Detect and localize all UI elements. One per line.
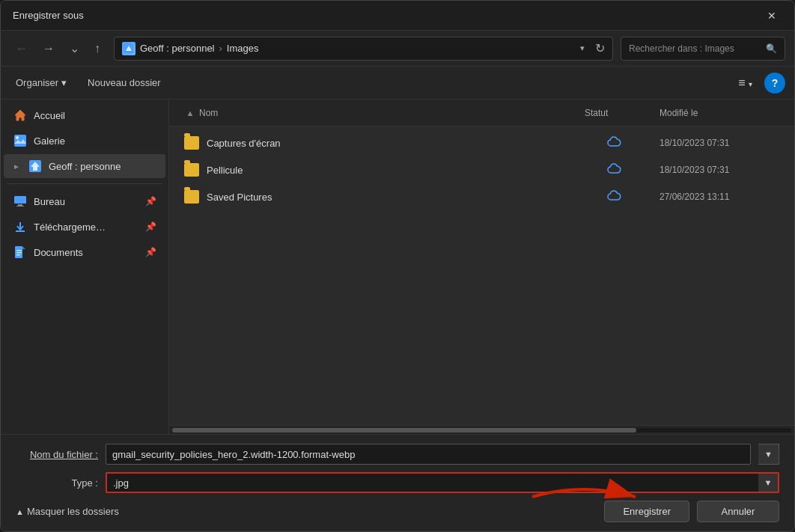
search-bar[interactable]: Rechercher dans : Images 🔍	[621, 37, 785, 61]
col-header-name[interactable]: Nom	[199, 108, 585, 118]
file-modified: 18/10/2023 07:31	[660, 138, 779, 148]
path-icon	[122, 42, 135, 55]
new-folder-button[interactable]: Nouveau dossier	[82, 74, 167, 91]
cloud-status-icon	[607, 136, 622, 150]
file-list-scroll: Captures d'écran 18/10/2023 07:31 Pellic…	[169, 126, 794, 425]
forward-button[interactable]: →	[37, 39, 61, 58]
svg-rect-8	[14, 196, 26, 204]
folder-icon	[184, 136, 199, 150]
file-list-header: ▲ Nom Statut Modifié le	[169, 100, 794, 126]
filename-dropdown-button[interactable]: ▼	[758, 444, 779, 465]
back-button[interactable]: ←	[10, 39, 34, 58]
sidebar: Accueil Galerie ►	[1, 100, 169, 434]
hide-folders-icon: ▲	[16, 507, 24, 516]
svg-rect-16	[16, 252, 22, 254]
bottom-section: Nom du fichier : ▼ Type : ▼ ▲ Masquer le…	[1, 434, 794, 531]
search-icon: 🔍	[766, 43, 777, 54]
download-icon	[13, 219, 28, 234]
filename-input[interactable]	[106, 444, 751, 465]
sidebar-label-documents: Documents	[34, 247, 83, 258]
table-row[interactable]: Saved Pictures 27/06/2023 13:11	[169, 183, 794, 210]
dialog-title: Enregistrer sous	[13, 10, 84, 21]
sidebar-label-geoff: Geoff : personne	[49, 161, 121, 172]
svg-rect-10	[16, 206, 24, 207]
horizontal-scrollbar[interactable]	[169, 425, 794, 434]
pin-icon-bureau: 📌	[145, 196, 156, 207]
view-button[interactable]: ≡ ▾	[732, 73, 758, 93]
file-status	[577, 190, 652, 204]
cancel-button[interactable]: Annuler	[697, 501, 779, 522]
address-sep1: ›	[219, 43, 222, 54]
address-bar[interactable]: Geoff : personnel › Images ▾ ↻	[114, 37, 613, 61]
toolbar: ← → ⌄ ↑ Geoff : personnel › Images ▾ ↻ R…	[1, 31, 794, 67]
sidebar-item-documents[interactable]: Documents 📌	[4, 240, 165, 264]
type-label: Type :	[16, 477, 98, 489]
folder-icon	[184, 190, 199, 204]
up-button[interactable]: ↑	[88, 39, 106, 58]
sidebar-label-accueil: Accueil	[34, 110, 65, 121]
hide-folders-label: Masquer les dossiers	[27, 506, 119, 517]
main-content: Accueil Galerie ►	[1, 100, 794, 434]
filename-row: Nom du fichier : ▼	[16, 444, 779, 465]
help-button[interactable]: ?	[764, 73, 785, 94]
type-input[interactable]	[106, 472, 758, 493]
sidebar-label-telechargements: Téléchargeme…	[34, 221, 106, 233]
refresh-icon[interactable]: ↻	[595, 41, 605, 55]
svg-rect-9	[18, 204, 22, 206]
file-name: Captures d'écran	[207, 138, 570, 149]
organize-arrow: ▾	[61, 77, 67, 88]
type-dropdown-button[interactable]: ▼	[758, 472, 779, 493]
sidebar-item-bureau[interactable]: Bureau 📌	[4, 189, 165, 213]
save-button[interactable]: Enregistrer	[604, 501, 689, 522]
type-row: Type : ▼	[16, 472, 779, 493]
action-bar-right: ≡ ▾ ?	[732, 73, 785, 94]
table-row[interactable]: Captures d'écran 18/10/2023 07:31	[169, 129, 794, 156]
close-button[interactable]: ✕	[761, 5, 782, 26]
svg-rect-17	[16, 254, 20, 256]
desktop-icon	[13, 194, 28, 209]
col-header-modified[interactable]: Modifié le	[660, 108, 779, 118]
view-arrow: ▾	[749, 80, 752, 88]
table-row[interactable]: Pellicule 18/10/2023 07:31	[169, 156, 794, 183]
home-icon	[13, 108, 28, 123]
hide-folders-button[interactable]: ▲ Masquer les dossiers	[16, 506, 119, 517]
file-name: Pellicule	[207, 165, 570, 176]
sidebar-item-galerie[interactable]: Galerie	[4, 129, 165, 153]
action-buttons-row: ▲ Masquer les dossiers Enregistre	[16, 501, 779, 522]
file-modified: 18/10/2023 07:31	[660, 165, 779, 175]
sidebar-item-geoff[interactable]: ► Geoff : personne	[4, 154, 165, 178]
search-placeholder: Rechercher dans : Images	[629, 43, 761, 54]
file-name: Saved Pictures	[207, 192, 570, 203]
title-bar: Enregistrer sous ✕	[1, 1, 794, 31]
folder-icon	[184, 163, 199, 177]
svg-marker-2	[15, 110, 25, 120]
documents-icon	[13, 245, 28, 260]
view-icon: ≡	[738, 76, 745, 89]
action-bar: Organiser ▾ Nouveau dossier ≡ ▾ ?	[1, 67, 794, 100]
filename-label: Nom du fichier :	[16, 449, 98, 460]
type-select-wrapper: ▼	[106, 472, 779, 493]
pin-icon-telechargements: 📌	[145, 221, 156, 232]
sidebar-item-accueil[interactable]: Accueil	[4, 103, 165, 127]
scrollbar-track	[172, 428, 791, 432]
sidebar-divider	[7, 183, 162, 184]
address-part2: Images	[227, 43, 259, 54]
file-status	[577, 136, 652, 150]
pin-icon-documents: 📌	[145, 247, 156, 257]
expand-arrow-icon: ►	[13, 162, 20, 171]
col-header-status[interactable]: Statut	[585, 108, 660, 118]
organize-button[interactable]: Organiser ▾	[10, 74, 73, 91]
file-list: ▲ Nom Statut Modifié le Captures d'écran	[169, 100, 794, 434]
sidebar-item-telechargements[interactable]: Téléchargeme… 📌	[4, 215, 165, 239]
dialog-buttons: Enregistrer Annuler	[604, 501, 779, 522]
sidebar-label-bureau: Bureau	[34, 196, 65, 207]
cloud-drive-icon	[28, 159, 43, 174]
cloud-status-icon	[607, 190, 622, 204]
svg-marker-14	[22, 246, 25, 249]
new-folder-label: Nouveau dossier	[88, 77, 161, 88]
recent-dropdown-button[interactable]: ⌄	[64, 38, 85, 58]
cloud-status-icon	[607, 163, 622, 177]
svg-rect-3	[14, 135, 26, 147]
address-chevron: ▾	[580, 43, 585, 53]
file-modified: 27/06/2023 13:11	[660, 192, 779, 202]
